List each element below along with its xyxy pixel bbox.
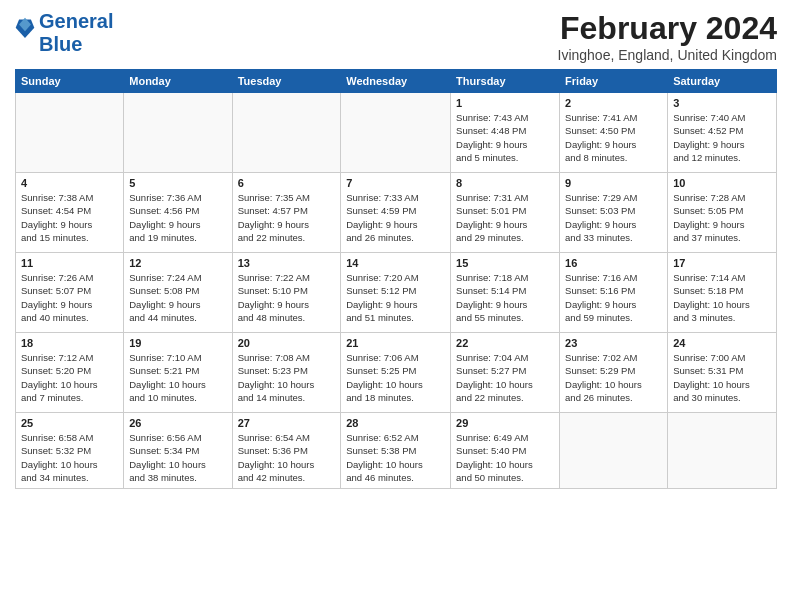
calendar-cell: 13Sunrise: 7:22 AM Sunset: 5:10 PM Dayli… <box>232 253 341 333</box>
day-info: Sunrise: 6:54 AM Sunset: 5:36 PM Dayligh… <box>238 431 336 484</box>
day-number: 15 <box>456 257 554 269</box>
calendar-cell: 10Sunrise: 7:28 AM Sunset: 5:05 PM Dayli… <box>668 173 777 253</box>
day-info: Sunrise: 7:22 AM Sunset: 5:10 PM Dayligh… <box>238 271 336 324</box>
location-subtitle: Ivinghoe, England, United Kingdom <box>558 47 777 63</box>
day-number: 1 <box>456 97 554 109</box>
calendar-week-row: 25Sunrise: 6:58 AM Sunset: 5:32 PM Dayli… <box>16 413 777 489</box>
day-info: Sunrise: 7:26 AM Sunset: 5:07 PM Dayligh… <box>21 271 118 324</box>
calendar-cell: 6Sunrise: 7:35 AM Sunset: 4:57 PM Daylig… <box>232 173 341 253</box>
calendar-cell <box>560 413 668 489</box>
day-number: 13 <box>238 257 336 269</box>
calendar-cell: 25Sunrise: 6:58 AM Sunset: 5:32 PM Dayli… <box>16 413 124 489</box>
day-info: Sunrise: 7:43 AM Sunset: 4:48 PM Dayligh… <box>456 111 554 164</box>
day-info: Sunrise: 6:52 AM Sunset: 5:38 PM Dayligh… <box>346 431 445 484</box>
calendar-cell: 12Sunrise: 7:24 AM Sunset: 5:08 PM Dayli… <box>124 253 232 333</box>
day-number: 19 <box>129 337 226 349</box>
day-info: Sunrise: 7:16 AM Sunset: 5:16 PM Dayligh… <box>565 271 662 324</box>
calendar-cell: 27Sunrise: 6:54 AM Sunset: 5:36 PM Dayli… <box>232 413 341 489</box>
day-info: Sunrise: 7:14 AM Sunset: 5:18 PM Dayligh… <box>673 271 771 324</box>
calendar-cell: 14Sunrise: 7:20 AM Sunset: 5:12 PM Dayli… <box>341 253 451 333</box>
calendar-cell: 18Sunrise: 7:12 AM Sunset: 5:20 PM Dayli… <box>16 333 124 413</box>
day-number: 10 <box>673 177 771 189</box>
weekday-header: Tuesday <box>232 70 341 93</box>
day-number: 14 <box>346 257 445 269</box>
day-number: 3 <box>673 97 771 109</box>
month-year-title: February 2024 <box>558 10 777 47</box>
calendar-week-row: 18Sunrise: 7:12 AM Sunset: 5:20 PM Dayli… <box>16 333 777 413</box>
day-info: Sunrise: 7:08 AM Sunset: 5:23 PM Dayligh… <box>238 351 336 404</box>
calendar-cell: 19Sunrise: 7:10 AM Sunset: 5:21 PM Dayli… <box>124 333 232 413</box>
day-info: Sunrise: 7:02 AM Sunset: 5:29 PM Dayligh… <box>565 351 662 404</box>
day-number: 29 <box>456 417 554 429</box>
calendar-week-row: 4Sunrise: 7:38 AM Sunset: 4:54 PM Daylig… <box>16 173 777 253</box>
day-info: Sunrise: 7:06 AM Sunset: 5:25 PM Dayligh… <box>346 351 445 404</box>
day-info: Sunrise: 7:20 AM Sunset: 5:12 PM Dayligh… <box>346 271 445 324</box>
calendar-cell: 28Sunrise: 6:52 AM Sunset: 5:38 PM Dayli… <box>341 413 451 489</box>
calendar-week-row: 11Sunrise: 7:26 AM Sunset: 5:07 PM Dayli… <box>16 253 777 333</box>
logo: General Blue <box>15 10 113 56</box>
calendar-cell <box>668 413 777 489</box>
day-info: Sunrise: 7:12 AM Sunset: 5:20 PM Dayligh… <box>21 351 118 404</box>
day-number: 5 <box>129 177 226 189</box>
logo-text: General Blue <box>39 10 113 56</box>
day-number: 28 <box>346 417 445 429</box>
day-info: Sunrise: 6:56 AM Sunset: 5:34 PM Dayligh… <box>129 431 226 484</box>
day-info: Sunrise: 7:18 AM Sunset: 5:14 PM Dayligh… <box>456 271 554 324</box>
day-info: Sunrise: 7:04 AM Sunset: 5:27 PM Dayligh… <box>456 351 554 404</box>
title-block: February 2024 Ivinghoe, England, United … <box>558 10 777 63</box>
day-number: 24 <box>673 337 771 349</box>
calendar-cell: 5Sunrise: 7:36 AM Sunset: 4:56 PM Daylig… <box>124 173 232 253</box>
calendar-cell: 17Sunrise: 7:14 AM Sunset: 5:18 PM Dayli… <box>668 253 777 333</box>
day-info: Sunrise: 7:40 AM Sunset: 4:52 PM Dayligh… <box>673 111 771 164</box>
calendar-cell <box>124 93 232 173</box>
calendar-cell: 21Sunrise: 7:06 AM Sunset: 5:25 PM Dayli… <box>341 333 451 413</box>
calendar-header-row: SundayMondayTuesdayWednesdayThursdayFrid… <box>16 70 777 93</box>
day-info: Sunrise: 7:00 AM Sunset: 5:31 PM Dayligh… <box>673 351 771 404</box>
calendar-cell: 8Sunrise: 7:31 AM Sunset: 5:01 PM Daylig… <box>451 173 560 253</box>
day-info: Sunrise: 7:28 AM Sunset: 5:05 PM Dayligh… <box>673 191 771 244</box>
weekday-header: Sunday <box>16 70 124 93</box>
weekday-header: Wednesday <box>341 70 451 93</box>
weekday-header: Monday <box>124 70 232 93</box>
day-info: Sunrise: 7:38 AM Sunset: 4:54 PM Dayligh… <box>21 191 118 244</box>
calendar-cell: 20Sunrise: 7:08 AM Sunset: 5:23 PM Dayli… <box>232 333 341 413</box>
day-number: 2 <box>565 97 662 109</box>
day-number: 4 <box>21 177 118 189</box>
day-info: Sunrise: 6:58 AM Sunset: 5:32 PM Dayligh… <box>21 431 118 484</box>
day-number: 6 <box>238 177 336 189</box>
day-number: 25 <box>21 417 118 429</box>
calendar-cell <box>341 93 451 173</box>
weekday-header: Thursday <box>451 70 560 93</box>
calendar-cell: 15Sunrise: 7:18 AM Sunset: 5:14 PM Dayli… <box>451 253 560 333</box>
day-number: 11 <box>21 257 118 269</box>
calendar-cell: 2Sunrise: 7:41 AM Sunset: 4:50 PM Daylig… <box>560 93 668 173</box>
calendar-cell: 1Sunrise: 7:43 AM Sunset: 4:48 PM Daylig… <box>451 93 560 173</box>
day-number: 21 <box>346 337 445 349</box>
day-number: 23 <box>565 337 662 349</box>
day-number: 20 <box>238 337 336 349</box>
calendar-table: SundayMondayTuesdayWednesdayThursdayFrid… <box>15 69 777 489</box>
day-number: 22 <box>456 337 554 349</box>
calendar-cell: 26Sunrise: 6:56 AM Sunset: 5:34 PM Dayli… <box>124 413 232 489</box>
calendar-cell: 3Sunrise: 7:40 AM Sunset: 4:52 PM Daylig… <box>668 93 777 173</box>
day-number: 16 <box>565 257 662 269</box>
day-info: Sunrise: 7:41 AM Sunset: 4:50 PM Dayligh… <box>565 111 662 164</box>
calendar-cell: 23Sunrise: 7:02 AM Sunset: 5:29 PM Dayli… <box>560 333 668 413</box>
day-number: 18 <box>21 337 118 349</box>
calendar-cell: 4Sunrise: 7:38 AM Sunset: 4:54 PM Daylig… <box>16 173 124 253</box>
day-number: 7 <box>346 177 445 189</box>
calendar-cell: 16Sunrise: 7:16 AM Sunset: 5:16 PM Dayli… <box>560 253 668 333</box>
day-number: 12 <box>129 257 226 269</box>
calendar-cell: 29Sunrise: 6:49 AM Sunset: 5:40 PM Dayli… <box>451 413 560 489</box>
day-info: Sunrise: 7:35 AM Sunset: 4:57 PM Dayligh… <box>238 191 336 244</box>
day-number: 9 <box>565 177 662 189</box>
calendar-cell <box>16 93 124 173</box>
day-number: 8 <box>456 177 554 189</box>
day-info: Sunrise: 7:31 AM Sunset: 5:01 PM Dayligh… <box>456 191 554 244</box>
day-number: 17 <box>673 257 771 269</box>
day-number: 26 <box>129 417 226 429</box>
calendar-cell: 7Sunrise: 7:33 AM Sunset: 4:59 PM Daylig… <box>341 173 451 253</box>
calendar-cell <box>232 93 341 173</box>
page-header: General Blue February 2024 Ivinghoe, Eng… <box>15 10 777 63</box>
day-info: Sunrise: 7:24 AM Sunset: 5:08 PM Dayligh… <box>129 271 226 324</box>
